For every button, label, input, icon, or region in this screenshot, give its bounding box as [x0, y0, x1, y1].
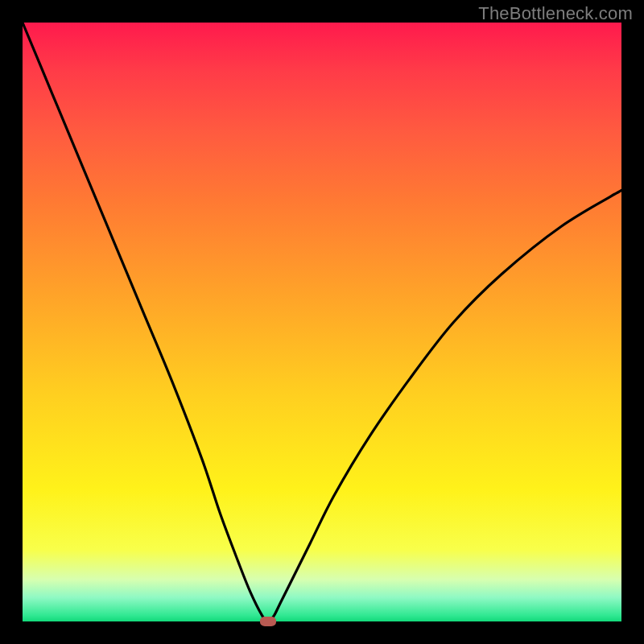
minimum-marker [260, 617, 276, 626]
plot-area [23, 23, 621, 621]
bottleneck-curve [23, 23, 621, 621]
chart-frame: TheBottleneck.com [0, 0, 644, 644]
watermark-text: TheBottleneck.com [478, 3, 633, 24]
